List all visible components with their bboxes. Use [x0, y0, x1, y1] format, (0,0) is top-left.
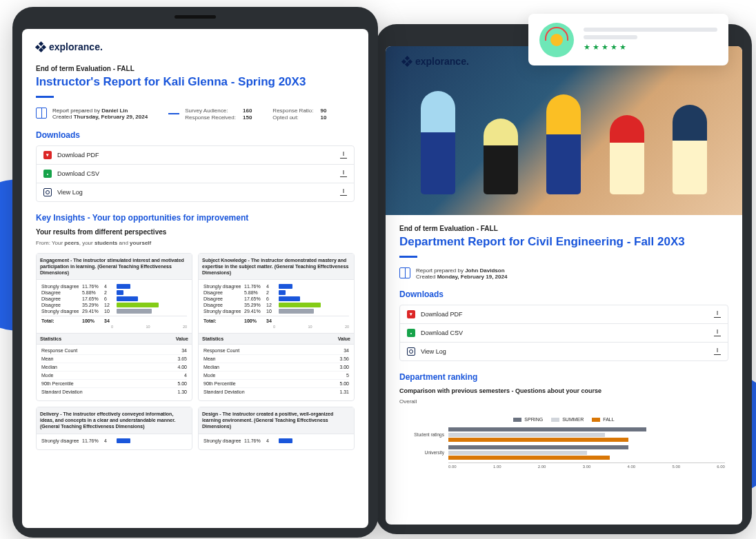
overall-label: Overall	[399, 398, 728, 405]
bar-fill	[279, 309, 314, 314]
bar-fill	[279, 303, 321, 307]
tablet-2-screen: explorance. End of term Evaluation - FAL…	[386, 46, 742, 525]
tablet-device-1: explorance. End of term Evaluation - FAL…	[12, 7, 378, 538]
pdf-icon: ▾	[407, 310, 415, 318]
download-label: View Log	[421, 348, 446, 355]
avatar	[539, 23, 574, 57]
legend-item: SUMMER	[551, 417, 584, 422]
chart-bars: Student ratingsUniversity	[403, 427, 725, 460]
hbar-fill	[448, 433, 605, 437]
row-label: Strongly disagree	[41, 438, 79, 443]
hbar-row	[403, 456, 725, 460]
bar-ticks: 01020	[41, 325, 187, 329]
bar-ticks: 01020	[203, 325, 349, 329]
download-label: Download CSV	[421, 329, 463, 336]
total-row: Total:100%34	[41, 316, 187, 323]
tablet-device-2: explorance. End of term Evaluation - FAL…	[376, 24, 752, 534]
card-title: Subject Knowledge - The instructor demon…	[199, 254, 354, 280]
bar-fill	[117, 290, 123, 295]
row-count: 4	[266, 438, 276, 443]
review-card: ★★★★★	[528, 14, 728, 65]
row-count: 2	[104, 290, 114, 295]
stats-row: Mode5	[203, 372, 349, 380]
hbar-fill	[448, 445, 628, 449]
distribution-row: Disagree35.29%12	[203, 303, 349, 307]
x-tick: 5.00	[672, 465, 680, 469]
row-label: Strongly disagree	[203, 438, 241, 443]
distribution-row: Disagree17.65%6	[203, 296, 349, 301]
hbar-row	[403, 445, 725, 449]
bar-fill	[279, 438, 292, 443]
stats-row: Response Count34	[203, 347, 349, 355]
legend-swatch	[592, 418, 600, 422]
bar-fill	[117, 303, 159, 307]
row-count: 10	[266, 309, 276, 314]
distribution-row: Disagree5.88%2	[41, 290, 187, 295]
row-percent: 5.88%	[244, 290, 263, 295]
download-row-pdf[interactable]: ▾Download PDF	[400, 305, 728, 324]
pdf-icon: ▾	[43, 151, 52, 159]
stats-row: Standard Deviation1.31	[203, 388, 349, 396]
hbar-row: University	[403, 450, 725, 455]
bar-fill	[117, 284, 130, 289]
brand-name: explorance.	[415, 56, 469, 67]
row-label: Disagree	[41, 290, 79, 295]
review-content: ★★★★★	[584, 28, 717, 52]
distribution-row: Strongly disagree11.76%4	[41, 284, 187, 289]
legend-item: SPRING	[513, 417, 543, 422]
brand-name: explorance.	[49, 41, 103, 52]
legend-swatch	[513, 418, 521, 422]
insight-card: Subject Knowledge - The instructor demon…	[198, 253, 355, 401]
star-icon: ★	[601, 43, 608, 52]
legend-item: FALL	[592, 417, 614, 422]
download-row-csv[interactable]: ▪Download CSV	[400, 324, 728, 343]
download-row-pdf[interactable]: ▾Download PDF	[37, 146, 354, 165]
distribution-row: Strongly disagree29.41%10	[203, 309, 349, 314]
distribution-row: Strongly disagree11.76%4	[203, 284, 349, 289]
legend-label: FALL	[603, 417, 614, 422]
row-percent: 5.88%	[82, 290, 101, 295]
logo-icon	[402, 57, 412, 66]
x-tick: 0.00	[448, 465, 457, 469]
download-row-csv[interactable]: ▪Download CSV	[37, 165, 354, 183]
download-label: Download PDF	[421, 311, 463, 318]
star-icon: ★	[619, 43, 626, 52]
bar-fill	[279, 296, 300, 301]
x-tick: 1.00	[493, 465, 501, 469]
perspectives-heading: Your results from different perspectives	[36, 228, 355, 236]
download-label: Download PDF	[57, 152, 99, 159]
stats-row: Median3.00	[203, 363, 349, 372]
row-label: Strongly disagree	[41, 309, 79, 314]
x-tick: 6.00	[717, 465, 725, 469]
headphones-icon	[545, 27, 568, 41]
hbar-fill	[448, 451, 587, 455]
insight-card: Engagement - The instructor stimulated i…	[36, 253, 192, 401]
row-percent: 29.41%	[244, 309, 263, 314]
row-percent: 35.29%	[82, 303, 101, 307]
stats-header: StatisticsValue	[37, 333, 192, 345]
x-tick: 2.00	[538, 465, 546, 469]
hero-image	[386, 46, 742, 215]
download-icon	[714, 311, 721, 318]
insight-card: Delivery - The instructor effectively co…	[36, 407, 192, 449]
stats-row: Standard Deviation1.30	[41, 388, 187, 396]
download-row-log[interactable]: View Log	[37, 183, 354, 201]
download-icon	[714, 348, 721, 355]
download-label: View Log	[57, 189, 83, 196]
hbar-category-label: Student ratings	[403, 432, 444, 437]
row-percent: 11.76%	[82, 438, 101, 443]
text-placeholder-line	[584, 28, 717, 32]
stats-header: StatisticsValue	[199, 333, 354, 345]
legend-label: SUMMER	[562, 417, 584, 422]
download-row-log[interactable]: View Log	[400, 343, 728, 360]
bar-fill	[117, 438, 130, 443]
x-tick: 4.00	[628, 465, 636, 469]
stats-row: 90th Percentile5.00	[41, 380, 187, 388]
row-percent: 11.76%	[244, 438, 263, 443]
distribution-row: Disagree5.88%2	[203, 290, 349, 295]
chart-legend: SPRINGSUMMERFALL	[403, 417, 725, 422]
row-count: 4	[104, 438, 114, 443]
distribution-row: Strongly disagree11.76%4	[41, 438, 187, 443]
pulse-icon	[168, 108, 179, 119]
row-count: 4	[266, 284, 276, 289]
